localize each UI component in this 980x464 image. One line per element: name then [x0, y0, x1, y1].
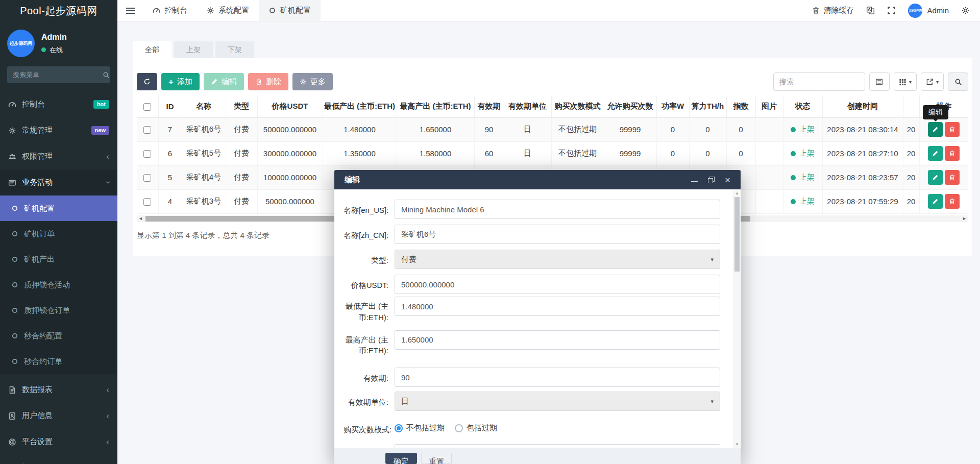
- scroll-down-arrow[interactable]: ▼: [734, 442, 740, 447]
- row-edit-button[interactable]: [928, 146, 943, 161]
- circle-icon: [11, 205, 18, 212]
- purchase-mode-label: 购买次数模式:: [344, 419, 395, 435]
- sidebar-subitem-矿机订单[interactable]: 矿机订单: [0, 221, 117, 247]
- cell-price: 500000.000000: [257, 117, 323, 141]
- name-en-input[interactable]: [395, 200, 720, 219]
- maximize-icon[interactable]: [708, 177, 715, 183]
- add-button[interactable]: +添加: [161, 73, 200, 90]
- min-output-input[interactable]: [395, 297, 720, 316]
- name-zh-input[interactable]: [395, 225, 720, 244]
- sidebar-subitem-质押锁仓订单[interactable]: 质押锁仓订单: [0, 298, 117, 323]
- name-en-label: 名称[en_US]:: [344, 200, 395, 219]
- row-checkbox[interactable]: [143, 198, 151, 206]
- sidebar-item-用户信息[interactable]: 用户信息‹: [0, 403, 117, 429]
- row-edit-button[interactable]: [928, 194, 943, 209]
- tab-全部[interactable]: 全部: [133, 41, 172, 58]
- column-header: 算力TH/h: [689, 95, 726, 117]
- purchase-times-input[interactable]: [395, 444, 720, 448]
- table-search-input[interactable]: [773, 72, 865, 91]
- sidebar-search-input[interactable]: [13, 71, 103, 79]
- user-panel: 起步源码网 Admin 在线: [0, 21, 117, 63]
- column-header: 名称: [182, 95, 226, 117]
- cell-image: [755, 117, 783, 141]
- nav-item-控制台[interactable]: 控制台: [143, 0, 197, 21]
- settings-gears-icon[interactable]: [961, 6, 970, 15]
- cell-id: 5: [158, 165, 182, 189]
- max-output-input[interactable]: [395, 330, 720, 350]
- cell-name: 采矿机3号: [182, 189, 226, 213]
- row-checkbox[interactable]: [143, 174, 151, 182]
- nav-item-系统配置[interactable]: 系统配置: [197, 0, 259, 21]
- user-menu[interactable]: 起步源码网 Admin: [908, 4, 949, 18]
- minimize-icon[interactable]: [691, 177, 698, 183]
- detail-view-button[interactable]: [869, 72, 890, 91]
- sidebar-subitem-秒合约订单[interactable]: 秒合约订单: [0, 349, 117, 374]
- row-checkbox[interactable]: [143, 150, 151, 158]
- sidebar-search[interactable]: [7, 66, 110, 83]
- scroll-left-arrow[interactable]: ◄: [138, 215, 143, 222]
- row-checkbox[interactable]: [143, 126, 151, 134]
- sidebar-subitem-矿机配置[interactable]: 矿机配置: [0, 196, 117, 221]
- status-dot: [791, 127, 796, 132]
- sidebar-item-记录[interactable]: 记录‹: [0, 455, 117, 464]
- chevron-down-icon: ▾: [936, 79, 939, 85]
- hamburger-icon[interactable]: [117, 0, 143, 21]
- row-delete-button[interactable]: [945, 170, 960, 185]
- reset-button[interactable]: 重置: [421, 453, 452, 464]
- export-button[interactable]: ▾: [921, 72, 944, 91]
- confirm-button[interactable]: 确定: [385, 453, 417, 464]
- purchase-mode-radio-包括过期[interactable]: 包括过期: [455, 423, 497, 433]
- row-delete-button[interactable]: [945, 146, 960, 161]
- sidebar-item-数据报表[interactable]: 数据报表‹: [0, 377, 117, 403]
- radio-icon[interactable]: [455, 424, 463, 432]
- purchase-mode-radio-不包括过期[interactable]: 不包括过期: [395, 423, 445, 433]
- period-input[interactable]: [395, 368, 720, 387]
- trash-icon: [949, 150, 955, 157]
- sidebar-item-业务活动[interactable]: 业务活动‹: [0, 169, 117, 196]
- scroll-right-arrow[interactable]: ►: [962, 215, 967, 222]
- tab-上架[interactable]: 上架: [174, 41, 213, 58]
- delete-button[interactable]: 删除: [248, 73, 288, 90]
- search-icon[interactable]: [103, 71, 110, 79]
- close-icon[interactable]: ×: [725, 175, 730, 185]
- cell-image: [755, 141, 783, 165]
- fullscreen-icon[interactable]: [887, 6, 896, 15]
- min-output-label: 最低产出 (主 币:ETH):: [344, 297, 395, 323]
- cell-name: 采矿机4号: [182, 165, 226, 189]
- sidebar-item-权限管理[interactable]: 权限管理‹: [0, 143, 117, 169]
- more-button[interactable]: 更多: [292, 73, 333, 90]
- scroll-up-arrow[interactable]: ▲: [734, 191, 740, 196]
- sidebar-subitem-矿机产出[interactable]: 矿机产出: [0, 247, 117, 272]
- modal-scrollbar-thumb[interactable]: [734, 197, 740, 272]
- period-unit-select[interactable]: 日▾: [395, 392, 720, 411]
- radio-icon[interactable]: [395, 424, 403, 432]
- search-toggle-button[interactable]: [948, 72, 968, 91]
- chevron-down-icon: ▾: [710, 256, 714, 263]
- clear-cache-button[interactable]: 清除缓存: [812, 6, 854, 15]
- tab-下架[interactable]: 下架: [215, 41, 254, 58]
- trash-icon: [949, 174, 955, 181]
- row-edit-button[interactable]: [928, 170, 943, 185]
- column-header: 有效期单位: [504, 95, 551, 117]
- select-all-checkbox[interactable]: [143, 103, 151, 111]
- sidebar-item-控制台[interactable]: 控制台hot: [0, 91, 117, 117]
- columns-button[interactable]: ▾: [894, 72, 917, 91]
- translate-icon[interactable]: [866, 6, 875, 15]
- nav-item-矿机配置[interactable]: 矿机配置: [259, 0, 321, 21]
- status-dot: [791, 151, 796, 156]
- sidebar-subitem-秒合约配置[interactable]: 秒合约配置: [0, 323, 117, 349]
- sidebar-item-平台设置[interactable]: 平台设置‹: [0, 429, 117, 455]
- type-select[interactable]: 付费▾: [395, 250, 720, 269]
- row-delete-button[interactable]: [945, 194, 960, 209]
- edit-button[interactable]: 编辑: [204, 73, 244, 90]
- avatar: 起步源码网: [908, 4, 922, 18]
- trash-icon: [255, 78, 262, 85]
- refresh-button[interactable]: [137, 73, 157, 90]
- modal-scrollbar[interactable]: ▲ ▼: [733, 190, 740, 448]
- sidebar-item-常规管理[interactable]: 常规管理new: [0, 117, 117, 143]
- price-usdt-input[interactable]: [395, 275, 720, 294]
- file-icon: [8, 386, 16, 394]
- sidebar-subitem-质押锁仓活动[interactable]: 质押锁仓活动: [0, 272, 117, 298]
- row-delete-button[interactable]: [945, 122, 960, 137]
- row-edit-button[interactable]: [928, 122, 943, 137]
